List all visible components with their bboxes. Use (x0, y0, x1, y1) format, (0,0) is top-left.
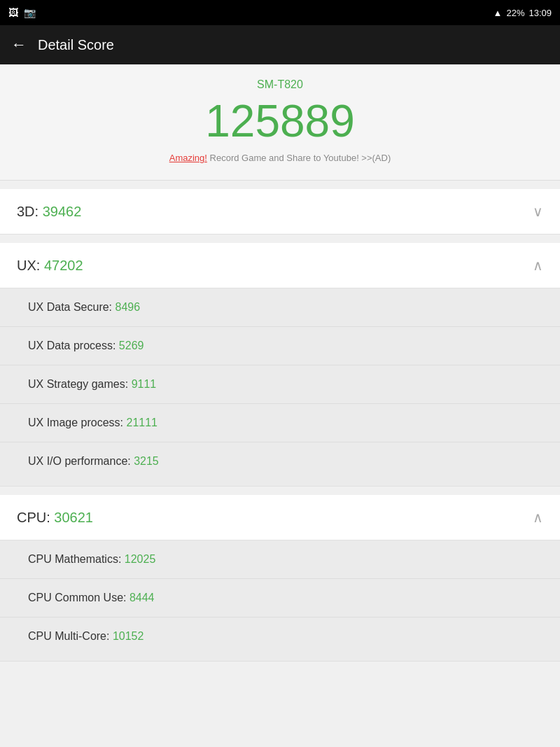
ux-io-performance-score: 3215 (134, 455, 159, 467)
cpu-multi-core-label: CPU Multi-Core: (28, 630, 113, 642)
cpu-common-use-label: CPU Common Use: (28, 592, 130, 603)
ux-image-process-score: 21111 (127, 417, 158, 428)
ux-io-performance-item: UX I/O performance: 3215 (0, 442, 560, 480)
status-bar: 🖼 📷 ▲ 22% 13:09 (0, 0, 560, 25)
total-score: 125889 (11, 97, 549, 146)
ux-sub-panel: UX Data Secure: 8496 UX Data process: 52… (0, 288, 560, 487)
cpu-multi-core-item: CPU Multi-Core: 10152 (0, 617, 560, 655)
ux-data-process-label: UX Data process: (28, 340, 119, 351)
section-3d-label: 3D: 39462 (17, 204, 81, 220)
notification-icon-1: 🖼 (8, 7, 18, 18)
app-bar: ← Detail Score (0, 25, 560, 64)
gap-3d (0, 181, 560, 189)
wifi-icon: ▲ (493, 8, 503, 18)
notification-icon-2: 📷 (24, 7, 36, 18)
section-ux-score: 47202 (44, 258, 83, 273)
gap-cpu (0, 487, 560, 495)
ux-image-process-label: UX Image process: (28, 417, 127, 428)
cpu-mathematics-score: 12025 (125, 553, 156, 565)
ux-data-process-score: 5269 (119, 340, 144, 351)
ux-data-secure-item: UX Data Secure: 8496 (0, 288, 560, 327)
cpu-multi-core-score: 10152 (113, 630, 144, 642)
section-ux-label: UX: 47202 (17, 258, 83, 274)
score-header: SM-T820 125889 Amazing! Record Game and … (0, 64, 560, 181)
cpu-common-use-score: 8444 (130, 592, 155, 603)
ux-strategy-games-score: 9111 (132, 378, 157, 390)
cpu-mathematics-item: CPU Mathematics: 12025 (0, 540, 560, 579)
cpu-mathematics-label: CPU Mathematics: (28, 553, 125, 565)
gap-ux (0, 235, 560, 243)
ad-amazing: Amazing! (169, 153, 207, 163)
chevron-cpu-icon: ∧ (533, 509, 543, 526)
chevron-ux-icon: ∧ (533, 257, 543, 274)
ux-data-process-item: UX Data process: 5269 (0, 327, 560, 365)
device-name: SM-T820 (11, 78, 549, 91)
status-bar-right: ▲ 22% 13:09 (493, 8, 552, 18)
section-cpu[interactable]: CPU: 30621 ∧ (0, 495, 560, 540)
section-3d-score: 39462 (43, 204, 82, 219)
ux-data-secure-score: 8496 (115, 301, 141, 313)
status-bar-left: 🖼 📷 (8, 7, 36, 18)
ad-banner[interactable]: Amazing! Record Game and Share to Youtub… (11, 153, 549, 163)
battery-level: 22% (506, 8, 524, 18)
page-title: Detail Score (38, 37, 114, 53)
ux-strategy-games-item: UX Strategy games: 9111 (0, 365, 560, 404)
ux-image-process-item: UX Image process: 21111 (0, 404, 560, 442)
cpu-common-use-item: CPU Common Use: 8444 (0, 579, 560, 617)
chevron-3d-icon: ∨ (533, 203, 543, 220)
section-3d[interactable]: 3D: 39462 ∨ (0, 189, 560, 235)
ux-strategy-games-label: UX Strategy games: (28, 378, 132, 390)
ux-io-performance-label: UX I/O performance: (28, 455, 134, 467)
section-ux[interactable]: UX: 47202 ∧ (0, 243, 560, 288)
back-button[interactable]: ← (11, 36, 27, 54)
clock: 13:09 (528, 8, 552, 18)
section-cpu-label: CPU: 30621 (17, 510, 93, 526)
section-cpu-score: 30621 (54, 510, 93, 525)
ad-description: Record Game and Share to Youtube! >>(AD) (207, 153, 391, 163)
ux-data-secure-label: UX Data Secure: (28, 301, 115, 313)
cpu-sub-panel: CPU Mathematics: 12025 CPU Common Use: 8… (0, 540, 560, 662)
